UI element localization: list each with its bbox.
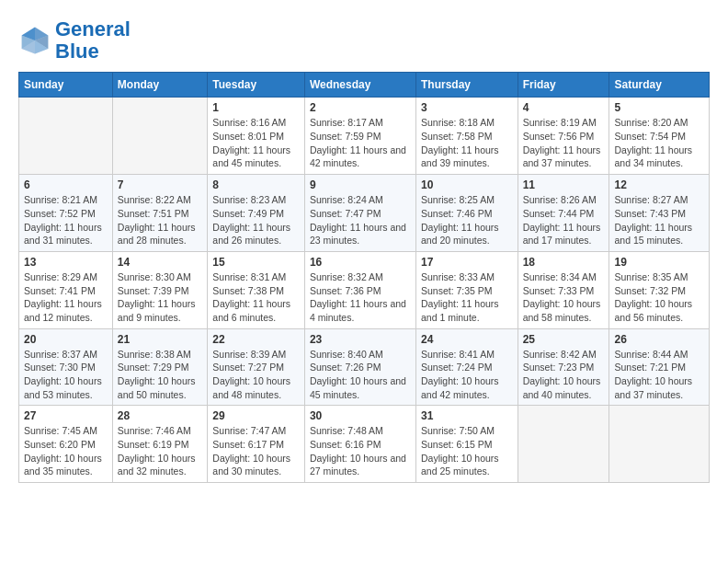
day-info: Sunrise: 8:38 AM Sunset: 7:29 PM Dayligh…	[118, 348, 203, 402]
day-info: Sunrise: 8:21 AM Sunset: 7:52 PM Dayligh…	[24, 193, 108, 247]
calendar-cell: 15Sunrise: 8:31 AM Sunset: 7:38 PM Dayli…	[208, 251, 305, 328]
calendar-cell: 8Sunrise: 8:23 AM Sunset: 7:49 PM Daylig…	[208, 175, 305, 252]
day-number: 7	[118, 178, 203, 191]
calendar-cell	[518, 406, 609, 483]
day-info: Sunrise: 8:42 AM Sunset: 7:23 PM Dayligh…	[523, 348, 605, 402]
day-info: Sunrise: 8:24 AM Sunset: 7:47 PM Dayligh…	[310, 193, 411, 247]
calendar-table: SundayMondayTuesdayWednesdayThursdayFrid…	[18, 72, 710, 483]
day-info: Sunrise: 8:16 AM Sunset: 8:01 PM Dayligh…	[212, 116, 300, 170]
calendar-cell	[112, 98, 208, 175]
day-number: 28	[118, 409, 203, 422]
day-number: 17	[421, 256, 513, 269]
week-row-1: 1Sunrise: 8:16 AM Sunset: 8:01 PM Daylig…	[19, 98, 710, 175]
day-number: 20	[24, 333, 108, 346]
day-number: 8	[212, 178, 300, 191]
week-row-5: 27Sunrise: 7:45 AM Sunset: 6:20 PM Dayli…	[19, 406, 710, 483]
calendar-cell: 27Sunrise: 7:45 AM Sunset: 6:20 PM Dayli…	[19, 406, 113, 483]
day-number: 10	[421, 178, 513, 191]
logo: General Blue	[18, 18, 131, 63]
calendar-cell: 25Sunrise: 8:42 AM Sunset: 7:23 PM Dayli…	[518, 328, 609, 406]
calendar-cell: 12Sunrise: 8:27 AM Sunset: 7:43 PM Dayli…	[609, 175, 710, 252]
day-number: 31	[421, 409, 513, 422]
calendar-cell	[609, 406, 710, 483]
day-info: Sunrise: 7:47 AM Sunset: 6:17 PM Dayligh…	[212, 424, 300, 478]
day-number: 3	[421, 101, 513, 114]
day-info: Sunrise: 8:19 AM Sunset: 7:56 PM Dayligh…	[523, 116, 605, 170]
day-info: Sunrise: 7:46 AM Sunset: 6:19 PM Dayligh…	[118, 424, 203, 478]
calendar-cell: 21Sunrise: 8:38 AM Sunset: 7:29 PM Dayli…	[112, 328, 208, 406]
day-info: Sunrise: 8:40 AM Sunset: 7:26 PM Dayligh…	[310, 348, 411, 402]
calendar-cell: 3Sunrise: 8:18 AM Sunset: 7:58 PM Daylig…	[415, 98, 518, 175]
day-info: Sunrise: 8:33 AM Sunset: 7:35 PM Dayligh…	[421, 270, 513, 325]
header-wednesday: Wednesday	[304, 73, 415, 98]
day-number: 4	[523, 101, 605, 114]
day-number: 2	[310, 101, 411, 114]
day-number: 18	[523, 256, 605, 269]
day-number: 21	[118, 333, 203, 346]
calendar-cell: 30Sunrise: 7:48 AM Sunset: 6:16 PM Dayli…	[304, 406, 415, 483]
calendar-cell: 5Sunrise: 8:20 AM Sunset: 7:54 PM Daylig…	[609, 98, 710, 175]
day-info: Sunrise: 8:17 AM Sunset: 7:59 PM Dayligh…	[310, 116, 411, 170]
calendar-cell: 24Sunrise: 8:41 AM Sunset: 7:24 PM Dayli…	[415, 328, 518, 406]
header-tuesday: Tuesday	[208, 73, 305, 98]
calendar-cell: 11Sunrise: 8:26 AM Sunset: 7:44 PM Dayli…	[518, 175, 609, 252]
day-info: Sunrise: 8:27 AM Sunset: 7:43 PM Dayligh…	[614, 193, 704, 247]
day-info: Sunrise: 8:34 AM Sunset: 7:33 PM Dayligh…	[523, 270, 605, 325]
day-info: Sunrise: 8:35 AM Sunset: 7:32 PM Dayligh…	[614, 270, 704, 325]
day-number: 15	[212, 256, 300, 269]
week-row-3: 13Sunrise: 8:29 AM Sunset: 7:41 PM Dayli…	[19, 251, 710, 328]
day-info: Sunrise: 8:32 AM Sunset: 7:36 PM Dayligh…	[310, 270, 411, 325]
calendar-cell: 2Sunrise: 8:17 AM Sunset: 7:59 PM Daylig…	[304, 98, 415, 175]
day-info: Sunrise: 8:20 AM Sunset: 7:54 PM Dayligh…	[614, 116, 704, 170]
week-row-2: 6Sunrise: 8:21 AM Sunset: 7:52 PM Daylig…	[19, 175, 710, 252]
day-number: 24	[421, 333, 513, 346]
calendar-header-row: SundayMondayTuesdayWednesdayThursdayFrid…	[19, 73, 710, 98]
day-number: 27	[24, 409, 108, 422]
calendar-cell	[19, 98, 113, 175]
day-number: 30	[310, 409, 411, 422]
day-number: 25	[523, 333, 605, 346]
day-number: 14	[118, 256, 203, 269]
day-info: Sunrise: 8:31 AM Sunset: 7:38 PM Dayligh…	[212, 270, 300, 325]
header-friday: Friday	[518, 73, 609, 98]
calendar-cell: 14Sunrise: 8:30 AM Sunset: 7:39 PM Dayli…	[112, 251, 208, 328]
header-monday: Monday	[112, 73, 208, 98]
day-number: 1	[212, 101, 300, 114]
logo-icon	[18, 24, 51, 57]
header-saturday: Saturday	[609, 73, 710, 98]
calendar-cell: 20Sunrise: 8:37 AM Sunset: 7:30 PM Dayli…	[19, 328, 113, 406]
day-info: Sunrise: 8:44 AM Sunset: 7:21 PM Dayligh…	[614, 348, 704, 402]
day-info: Sunrise: 7:48 AM Sunset: 6:16 PM Dayligh…	[310, 424, 411, 478]
day-info: Sunrise: 8:39 AM Sunset: 7:27 PM Dayligh…	[212, 348, 300, 402]
day-number: 16	[310, 256, 411, 269]
day-number: 11	[523, 178, 605, 191]
calendar-cell: 16Sunrise: 8:32 AM Sunset: 7:36 PM Dayli…	[304, 251, 415, 328]
day-info: Sunrise: 8:41 AM Sunset: 7:24 PM Dayligh…	[421, 348, 513, 402]
calendar-cell: 29Sunrise: 7:47 AM Sunset: 6:17 PM Dayli…	[208, 406, 305, 483]
day-number: 9	[310, 178, 411, 191]
day-number: 6	[24, 178, 108, 191]
day-info: Sunrise: 8:26 AM Sunset: 7:44 PM Dayligh…	[523, 193, 605, 247]
day-info: Sunrise: 7:45 AM Sunset: 6:20 PM Dayligh…	[24, 424, 108, 478]
calendar-cell: 23Sunrise: 8:40 AM Sunset: 7:26 PM Dayli…	[304, 328, 415, 406]
page-header: General Blue	[18, 18, 710, 63]
header-thursday: Thursday	[415, 73, 518, 98]
day-number: 22	[212, 333, 300, 346]
calendar-cell: 31Sunrise: 7:50 AM Sunset: 6:15 PM Dayli…	[415, 406, 518, 483]
day-number: 26	[614, 333, 704, 346]
header-sunday: Sunday	[19, 73, 113, 98]
day-info: Sunrise: 8:23 AM Sunset: 7:49 PM Dayligh…	[212, 193, 300, 247]
calendar-cell: 1Sunrise: 8:16 AM Sunset: 8:01 PM Daylig…	[208, 98, 305, 175]
day-number: 23	[310, 333, 411, 346]
calendar-cell: 17Sunrise: 8:33 AM Sunset: 7:35 PM Dayli…	[415, 251, 518, 328]
logo-text: General Blue	[55, 18, 131, 63]
day-number: 13	[24, 256, 108, 269]
calendar-cell: 9Sunrise: 8:24 AM Sunset: 7:47 PM Daylig…	[304, 175, 415, 252]
day-info: Sunrise: 8:37 AM Sunset: 7:30 PM Dayligh…	[24, 348, 108, 402]
week-row-4: 20Sunrise: 8:37 AM Sunset: 7:30 PM Dayli…	[19, 328, 710, 406]
day-info: Sunrise: 8:25 AM Sunset: 7:46 PM Dayligh…	[421, 193, 513, 247]
calendar-cell: 26Sunrise: 8:44 AM Sunset: 7:21 PM Dayli…	[609, 328, 710, 406]
calendar-cell: 4Sunrise: 8:19 AM Sunset: 7:56 PM Daylig…	[518, 98, 609, 175]
day-info: Sunrise: 8:29 AM Sunset: 7:41 PM Dayligh…	[24, 270, 108, 325]
day-number: 19	[614, 256, 704, 269]
